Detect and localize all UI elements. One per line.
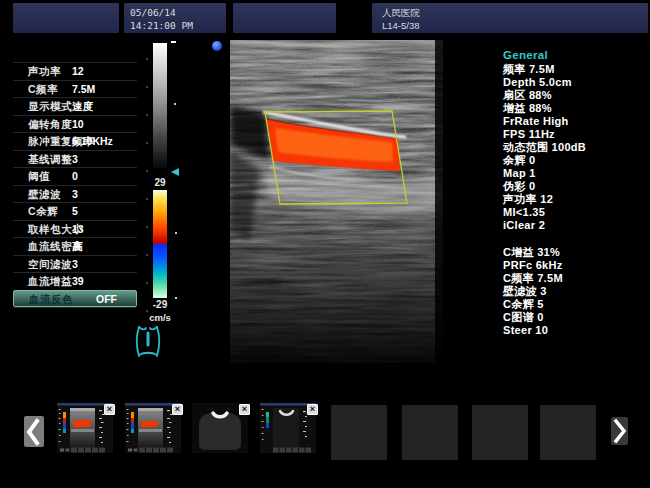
param-line: Steer 10 <box>503 324 648 337</box>
section-title: General <box>503 49 648 62</box>
parameter-value: OFF <box>96 291 117 308</box>
color-params: C增益 31%PRFc 6kHzC频率 7.5M壁滤波 3C余辉 5C图谱 0S… <box>503 246 648 337</box>
thumbnail-bmode-1[interactable]: × <box>192 403 248 453</box>
chevron-left-icon <box>25 418 43 446</box>
param-line: 增益 88% <box>503 102 648 115</box>
gain-marker <box>171 41 176 43</box>
parameter-row[interactable]: 偏转角度 10 <box>13 115 137 133</box>
ruler-ticks <box>146 58 148 330</box>
ultrasound-image-area[interactable] <box>230 40 443 363</box>
param-line: 壁滤波 3 <box>503 285 648 298</box>
ultrasound-ui: 05/06/14 14:21:00 PM 人民医院 L14-5/38 声功率 1… <box>0 0 650 488</box>
filmstrip-empty-slot <box>540 405 596 460</box>
parameter-label: 显示模式 <box>28 98 72 115</box>
parameter-row[interactable]: 阈值 0 <box>13 167 137 185</box>
parameter-label: 基线调整 <box>28 151 72 168</box>
parameter-value: 速度 <box>72 98 93 115</box>
thumbnail-doppler-1[interactable]: × <box>57 403 113 453</box>
hospital-name: 人民医院 <box>372 3 648 19</box>
param-line: 扇区 88% <box>503 89 648 102</box>
param-line: C增益 31% <box>503 246 648 259</box>
thumbnail-bmode-2[interactable]: × <box>260 403 316 453</box>
parameter-row[interactable]: 取样包大小 13 <box>13 220 137 238</box>
scale-dot <box>175 232 177 234</box>
param-line: MI<1.35 <box>503 206 648 219</box>
parameter-value: 6.10KHz <box>72 133 113 150</box>
close-icon[interactable]: × <box>307 404 318 415</box>
param-line: C频率 7.5M <box>503 272 648 285</box>
parameter-value: 3 <box>72 186 78 203</box>
parameter-value: 12 <box>72 63 84 80</box>
topbar-box-empty-2 <box>233 3 336 33</box>
probe-label: L14-5/38 <box>372 19 648 32</box>
parameter-row[interactable]: 基线调整 3 <box>13 150 137 168</box>
filmstrip-empty-slot <box>472 405 528 460</box>
filmstrip-next-button[interactable] <box>611 417 628 445</box>
param-line: C余辉 5 <box>503 298 648 311</box>
right-parameter-panel: General 频率 7.5MDepth 5.0cm扇区 88%增益 88%Fr… <box>503 49 648 337</box>
time-text: 14:21:00 PM <box>124 19 226 32</box>
parameter-label: C频率 <box>28 81 58 98</box>
parameter-value: 10 <box>72 116 84 133</box>
parameter-label: 血流增益 <box>28 273 72 290</box>
close-icon[interactable]: × <box>239 404 250 415</box>
parameter-value: 高 <box>72 238 83 255</box>
param-line: Map 1 <box>503 167 648 180</box>
param-line: C图谱 0 <box>503 311 648 324</box>
parameter-value: 3 <box>72 256 78 273</box>
param-line: 余辉 0 <box>503 154 648 167</box>
parameter-row[interactable]: 空间滤波 3 <box>13 255 137 273</box>
general-params: 频率 7.5MDepth 5.0cm扇区 88%增益 88%FrRate Hig… <box>503 63 648 232</box>
parameter-label: C余辉 <box>28 203 58 220</box>
close-icon[interactable]: × <box>104 404 115 415</box>
parameter-value: 0 <box>72 168 78 185</box>
filmstrip-empty-slot <box>402 405 458 460</box>
parameter-value: 13 <box>72 221 84 238</box>
parameter-label: 壁滤波 <box>28 186 61 203</box>
parameter-label: 阈值 <box>28 168 50 185</box>
topbar-datetime-box: 05/06/14 14:21:00 PM <box>124 3 226 33</box>
parameter-row[interactable]: 壁滤波 3 <box>13 185 137 203</box>
probe-orientation-dot <box>212 41 222 51</box>
ultrasound-image <box>230 40 443 363</box>
date-text: 05/06/14 <box>124 3 226 19</box>
grayscale-bar <box>153 43 167 168</box>
param-line: PRFc 6kHz <box>503 259 648 272</box>
scale-dot <box>174 103 176 105</box>
close-icon[interactable]: × <box>172 404 183 415</box>
param-line: iClear 2 <box>503 219 648 232</box>
filmstrip-empty-slot <box>331 405 387 460</box>
parameter-value: 7.5M <box>72 81 95 98</box>
chevron-right-icon <box>612 418 628 444</box>
thumbnail-doppler-2[interactable]: × <box>125 403 181 453</box>
velocity-min-label: -29 <box>141 299 179 310</box>
left-parameter-panel: 声功率 12 C频率 7.5M 显示模式 速度 偏转角度 10 脉冲重复频率 6… <box>13 62 137 308</box>
parameter-label: 偏转角度 <box>28 116 72 133</box>
parameter-row[interactable]: 血流线密度 高 <box>13 237 137 255</box>
parameter-row[interactable]: C频率 7.5M <box>13 80 137 98</box>
topbar-hospital-box: 人民医院 L14-5/38 <box>372 3 648 33</box>
parameter-label: 空间滤波 <box>28 256 72 273</box>
param-line: 声功率 12 <box>503 193 648 206</box>
parameter-value: 39 <box>72 273 84 290</box>
filmstrip-prev-button[interactable] <box>24 416 44 447</box>
parameter-row[interactable]: 声功率 12 <box>13 62 137 80</box>
topbar-box-empty-1 <box>13 3 119 33</box>
parameter-value: 5 <box>72 203 78 220</box>
param-line: FPS 11Hz <box>503 128 648 141</box>
parameter-label: 血流反色 <box>29 291 73 308</box>
param-line: FrRate High <box>503 115 648 128</box>
parameter-row[interactable]: 血流增益 39 <box>13 272 137 290</box>
parameter-label: 声功率 <box>28 63 61 80</box>
param-line: Depth 5.0cm <box>503 76 648 89</box>
parameter-row[interactable]: 显示模式 速度 <box>13 97 137 115</box>
parameter-row[interactable]: 脉冲重复频率 6.10KHz <box>13 132 137 150</box>
body-mark-icon <box>132 322 164 366</box>
parameter-value: 3 <box>72 151 78 168</box>
doppler-colorbar <box>153 190 167 298</box>
velocity-max-label: 29 <box>141 177 179 188</box>
parameter-row[interactable]: C余辉 5 <box>13 202 137 220</box>
param-line: 动态范围 100dB <box>503 141 648 154</box>
parameter-row[interactable]: 血流反色 OFF <box>13 290 137 308</box>
param-line: 伪彩 0 <box>503 180 648 193</box>
